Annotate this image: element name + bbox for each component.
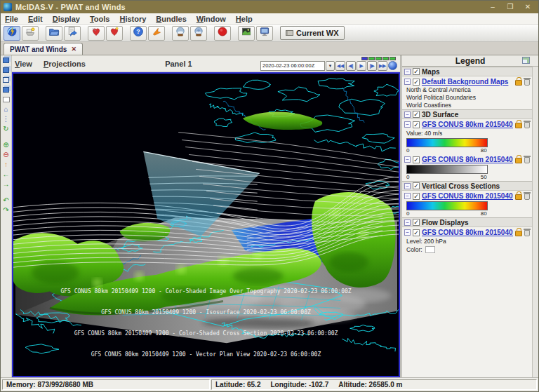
remove-icon[interactable] — [524, 122, 530, 128]
close-button[interactable]: ✕ — [520, 2, 535, 12]
visibility-checkbox[interactable] — [413, 219, 420, 226]
menu-window[interactable]: Window — [197, 15, 226, 23]
projections-menu[interactable]: Projections — [44, 60, 86, 68]
layer-controls-button[interactable] — [22, 26, 39, 41]
frame-marker[interactable] — [382, 57, 389, 60]
lock-icon[interactable] — [515, 123, 522, 128]
play-button[interactable]: ▶ — [357, 61, 366, 71]
collapse-icon[interactable] — [404, 121, 411, 128]
colorbar-grayscale[interactable] — [406, 165, 488, 174]
float-legend-icon[interactable] — [522, 57, 530, 64]
tab-close-icon[interactable]: ✕ — [71, 46, 76, 53]
colorbar-rainbow[interactable] — [406, 138, 488, 147]
legend-section-maps: Maps — [402, 67, 532, 76]
menu-display[interactable]: Display — [53, 15, 80, 23]
display-window-2-button[interactable] — [190, 26, 207, 41]
movie-capture-button[interactable] — [256, 26, 273, 41]
visibility-checkbox[interactable] — [413, 111, 420, 118]
side-view-button[interactable] — [1, 66, 11, 75]
home-view-button[interactable]: ⌂ — [1, 105, 11, 114]
minimize-button[interactable]: – — [485, 2, 500, 12]
manage-favorites-button[interactable] — [106, 26, 123, 41]
visibility-checkbox[interactable] — [413, 68, 420, 75]
view-menu[interactable]: View — [15, 60, 32, 68]
perspective-view-button[interactable] — [1, 86, 11, 95]
lock-icon[interactable] — [515, 194, 522, 200]
tab-pwat-and-winds[interactable]: PWAT and Winds ✕ — [4, 43, 83, 55]
frame-marker[interactable] — [361, 57, 368, 60]
collapse-icon[interactable] — [404, 69, 411, 75]
pan-right-button[interactable]: → — [1, 180, 11, 189]
layer-link[interactable]: GFS CONUS 80km 20150409 1200 - Isos... — [422, 121, 513, 128]
collapse-icon[interactable] — [404, 183, 411, 189]
layer-link[interactable]: GFS CONUS 80km 20150409 1200 - Colo... — [422, 156, 513, 163]
menu-file[interactable]: File — [5, 15, 18, 23]
frame-marker[interactable] — [390, 57, 396, 60]
visibility-checkbox[interactable] — [413, 121, 420, 128]
menu-tools[interactable]: Tools — [90, 15, 110, 23]
open-bundle-button[interactable] — [46, 26, 62, 41]
redo-view-button[interactable]: ↷ — [1, 206, 11, 215]
time-select[interactable]: 2020-02-23 06:00:00Z — [260, 61, 325, 71]
first-frame-button[interactable]: ◀◀ — [335, 61, 345, 71]
collapse-icon[interactable] — [404, 219, 411, 226]
zoom-out-button[interactable]: ⊖ — [1, 151, 11, 160]
visibility-checkbox[interactable] — [413, 229, 420, 236]
collapse-icon[interactable] — [404, 79, 411, 85]
remove-icon[interactable] — [524, 79, 530, 86]
animation-properties-button[interactable] — [388, 61, 397, 70]
menu-history[interactable]: History — [119, 15, 146, 23]
collapse-icon[interactable] — [404, 229, 411, 236]
pan-left-button[interactable]: ← — [1, 170, 11, 180]
vertical-ruler-button[interactable]: ⋮ — [1, 115, 11, 124]
menu-edit[interactable]: Edit — [28, 15, 43, 23]
visibility-checkbox[interactable] — [413, 156, 420, 163]
menu-bundles[interactable]: Bundles — [156, 15, 186, 23]
layer-link[interactable]: Default Background Maps — [422, 78, 513, 86]
collapse-icon[interactable] — [404, 111, 411, 118]
time-dropdown-arrow[interactable]: ▼ — [326, 61, 335, 71]
front-view-button[interactable] — [1, 76, 11, 85]
frame-marker[interactable] — [368, 57, 375, 60]
remove-icon[interactable] — [524, 157, 530, 163]
heart-pin-icon — [109, 26, 120, 40]
last-frame-button[interactable]: ▶▶ — [378, 61, 387, 71]
visibility-checkbox[interactable] — [413, 79, 420, 86]
flow-color-swatch[interactable] — [425, 246, 435, 253]
step-forward-button[interactable]: |▶ — [367, 61, 377, 71]
auto-rotate-button[interactable]: ↻ — [1, 125, 11, 134]
remove-icon[interactable] — [524, 194, 530, 200]
maximize-button[interactable]: ❐ — [503, 2, 518, 12]
map-view-3d[interactable]: GFS CONUS 80km 20150409 1200 - Color-Sha… — [12, 72, 400, 377]
support-request-button[interactable] — [148, 26, 165, 41]
cancel-loads-button[interactable] — [214, 26, 231, 41]
projection-box-button[interactable] — [1, 95, 11, 104]
current-wx-button[interactable]: Current WX — [280, 26, 345, 40]
lock-icon[interactable] — [515, 158, 522, 163]
collapse-icon[interactable] — [404, 193, 411, 199]
remove-icon[interactable] — [524, 230, 530, 236]
data-explorer-button[interactable] — [4, 26, 20, 41]
visibility-checkbox[interactable] — [413, 193, 420, 200]
top-view-button[interactable] — [1, 56, 11, 65]
frame-marker[interactable] — [375, 57, 382, 60]
layer-link[interactable]: GFS CONUS 80km 20150409 1200 - Colo... — [422, 192, 513, 200]
legend-scrollbar[interactable] — [532, 67, 538, 377]
undo-view-button[interactable]: ↶ — [1, 196, 11, 205]
layer-link[interactable]: GFS CONUS 80km 20150409 1200 - Vec... — [422, 229, 513, 236]
step-back-button[interactable]: ◀| — [346, 61, 356, 71]
tilt-up-button[interactable]: ↑ — [1, 161, 11, 170]
menu-help[interactable]: Help — [236, 15, 253, 23]
lock-icon[interactable] — [515, 80, 522, 86]
help-button[interactable]: ? — [130, 26, 147, 41]
image-capture-button[interactable] — [238, 26, 255, 41]
add-favorite-button[interactable] — [88, 26, 105, 41]
save-bundle-button[interactable] — [64, 26, 81, 41]
display-window-button[interactable] — [172, 26, 189, 41]
collapse-icon[interactable] — [404, 156, 411, 163]
lock-icon[interactable] — [515, 231, 522, 236]
colorbar-rainbow[interactable] — [406, 201, 488, 210]
zoom-in-button[interactable]: ⊕ — [1, 141, 11, 150]
visibility-checkbox[interactable] — [413, 182, 420, 189]
status-bar: Memory: 873/992/8680 MB Latitude: 65.2 L… — [1, 377, 538, 391]
